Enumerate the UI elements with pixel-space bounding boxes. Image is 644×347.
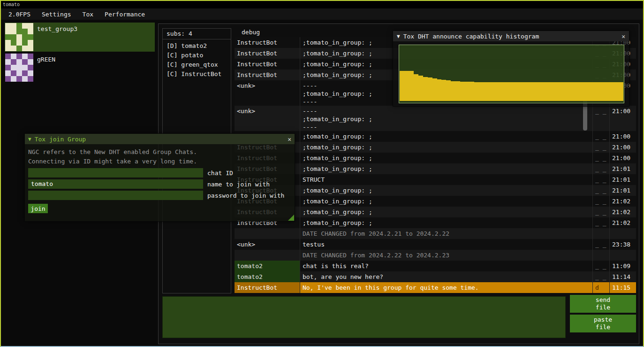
histogram-bar	[446, 80, 451, 101]
join-dialog-titlebar[interactable]: ▼ Tox join Group ✕	[25, 134, 295, 144]
message-status: _ _	[593, 271, 610, 282]
message-status: _ _	[593, 261, 610, 271]
menu-item-2-0fps[interactable]: 2.0FPS	[3, 9, 36, 19]
message-row[interactable]: InstructBotNo, I've been in this group f…	[235, 282, 636, 293]
message-time: 21:00	[610, 142, 636, 153]
histogram-bar	[512, 82, 516, 101]
message-row[interactable]: tomato2bot, are you new here?_ _11:14	[235, 271, 636, 282]
message-status: _ _	[593, 185, 610, 196]
histogram-window: ▼ Tox DHT announce capability histogram …	[393, 31, 629, 107]
message-status: _ _	[593, 131, 610, 142]
histogram-bar	[451, 81, 455, 101]
message-row[interactable]: DATE CHANGED from 2024.2.22 to 2024.2.23	[235, 250, 636, 261]
histogram-bar	[404, 71, 409, 101]
member-green-qtox[interactable]: [C] green_qtox	[163, 60, 231, 69]
histogram-window-titlebar[interactable]: ▼ Tox DHT announce capability histogram …	[393, 31, 629, 41]
histogram-bar	[484, 82, 488, 101]
histogram-bar	[525, 82, 530, 101]
message-status: d	[593, 282, 610, 293]
message-text: ;tomato_in_group: ;	[300, 185, 593, 196]
group-name: gREEN	[37, 54, 55, 82]
group-item-green[interactable]: gREEN	[5, 53, 155, 82]
histogram-bar	[619, 82, 623, 101]
message-time: 21:00	[610, 131, 636, 142]
message-status	[593, 228, 610, 239]
join-name-label: name to join with	[207, 181, 270, 188]
message-input[interactable]	[162, 296, 566, 338]
member-potato[interactable]: [C] potato	[163, 50, 231, 60]
histogram-bar	[409, 71, 414, 101]
send-file-label: send file	[592, 296, 614, 311]
message-time: 21:02	[610, 196, 636, 207]
message-text: ;tomato_in_group: ;	[300, 207, 593, 217]
join-button[interactable]: join	[28, 204, 48, 213]
histogram-plot[interactable]	[399, 45, 624, 103]
histogram-bar	[521, 82, 525, 101]
message-time: 21:00	[610, 106, 636, 131]
histogram-bar	[544, 82, 549, 101]
message-sender: tomato2	[235, 271, 300, 282]
close-icon[interactable]: ✕	[621, 33, 625, 40]
collapse-arrow-icon[interactable]: ▼	[397, 33, 400, 39]
menu-item-settings[interactable]: Settings	[36, 9, 77, 19]
histogram-bar	[591, 82, 595, 101]
message-row[interactable]: <unk>testus_ _23:38	[235, 239, 636, 250]
chat-id-input[interactable]	[28, 168, 203, 177]
histogram-bar	[577, 82, 582, 101]
histogram-bar	[470, 82, 474, 101]
message-time: 21:01	[610, 185, 636, 196]
paste-file-button[interactable]: paste file	[570, 315, 636, 332]
member-instructbot[interactable]: [C] InstructBot	[163, 69, 231, 78]
message-sender: <unk>	[235, 239, 300, 250]
member-tomato2[interactable]: [D] tomato2	[163, 41, 231, 50]
menu-item-performance[interactable]: Performance	[99, 9, 151, 19]
message-time: 21:01	[610, 174, 636, 185]
histogram-bar	[595, 82, 600, 101]
message-text: ;tomato_in_group: ;	[300, 163, 593, 174]
histogram-window-title: Tox DHT announce capability histogram	[403, 33, 539, 40]
histogram-bar	[609, 82, 614, 101]
resize-grip-icon[interactable]	[288, 215, 294, 221]
histogram-bar	[418, 76, 423, 101]
message-status: _ _	[593, 196, 610, 207]
message-text: ;tomato_in_group: ;	[300, 131, 593, 142]
join-name-input[interactable]: tomato	[28, 179, 203, 189]
message-sender: <unk>	[235, 80, 300, 106]
send-file-button[interactable]: send file	[570, 295, 636, 313]
message-time: 21:02	[610, 207, 636, 217]
join-password-input[interactable]	[28, 191, 203, 200]
message-row[interactable]: DATE CHANGED from 2024.2.21 to 2024.2.22	[235, 228, 636, 239]
menu-item-tox[interactable]: Tox	[77, 9, 99, 19]
message-text: ---- ;tomato_in_group: ; ----	[300, 106, 593, 131]
message-text: ;tomato_in_group: ;	[300, 196, 593, 207]
histogram-bar	[558, 82, 563, 101]
titlebar: tomato	[1, 1, 643, 8]
message-status: _ _	[593, 153, 610, 163]
message-time: 21:01	[610, 163, 636, 174]
message-row[interactable]: <unk>---- ;tomato_in_group: ; ----_ _21:…	[235, 106, 636, 131]
message-text: ;tomato_in_group: ;	[300, 142, 593, 153]
group-name: test_group3	[37, 23, 77, 51]
histogram-bar	[428, 77, 432, 101]
close-icon[interactable]: ✕	[288, 136, 291, 143]
histogram-bar	[563, 82, 568, 101]
group-item-test-group3[interactable]: test_group3	[5, 23, 155, 52]
message-row[interactable]: tomato2chat is this real?_ _11:09	[235, 261, 636, 271]
join-group-dialog: ▼ Tox join Group ✕ NGC refers to the New…	[24, 133, 295, 222]
histogram-bar	[474, 82, 479, 101]
message-status: _ _	[593, 207, 610, 217]
message-status: _ _	[593, 163, 610, 174]
message-time: 11:14	[610, 271, 636, 282]
message-time: 21:00	[610, 153, 636, 163]
histogram-bar	[516, 82, 521, 101]
message-sender: InstructBot	[235, 282, 300, 293]
message-text: ;tomato_in_group: ;	[300, 217, 593, 228]
histogram-bar	[432, 78, 437, 101]
message-sender	[235, 228, 300, 239]
app-window: tomato 2.0FPSSettingsToxPerformance test…	[0, 0, 644, 347]
message-text: No, I've been in this group for quite so…	[300, 282, 593, 293]
histogram-bar	[493, 82, 498, 101]
histogram-bar	[535, 82, 539, 101]
collapse-arrow-icon[interactable]: ▼	[28, 136, 31, 142]
histogram-bar	[460, 82, 465, 101]
